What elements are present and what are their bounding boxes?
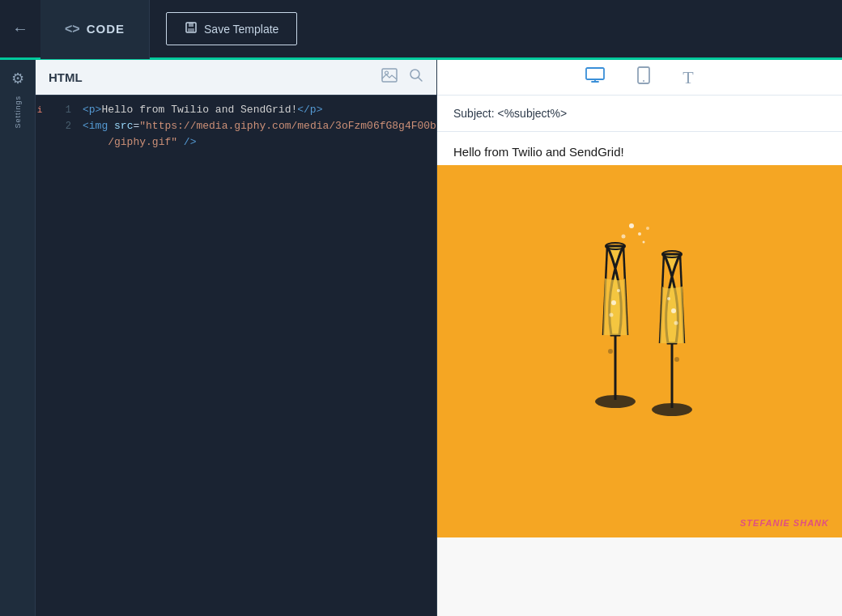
svg-point-16 <box>617 289 620 292</box>
main-layout: ⚙ Settings HTML <box>0 60 842 616</box>
svg-point-4 <box>385 71 389 74</box>
svg-point-26 <box>629 223 634 228</box>
email-greeting: Hello from Twilio and SendGrid! <box>437 132 842 165</box>
code-line-1: i 1 <p>Hello from Twilio and SendGrid!</… <box>36 102 436 118</box>
code-editor-panel: HTML i <box>36 60 437 616</box>
line-content-1: <p>Hello from Twilio and SendGrid!</p> <box>79 102 436 118</box>
line-content-3: /giphy.gif" /> <box>79 134 436 151</box>
artist-credit: STEFANIE SHANK <box>740 518 829 528</box>
top-bar: ← <> CODE Save Template <box>0 0 842 60</box>
champagne-glasses-illustration <box>526 222 753 481</box>
code-line-2: 2 <img src="https://media.giphy.com/medi… <box>36 118 436 134</box>
subject-text: Subject: <%subject%> <box>453 107 567 120</box>
svg-point-30 <box>643 241 645 244</box>
svg-point-20 <box>652 403 692 416</box>
svg-point-24 <box>674 321 678 325</box>
svg-rect-1 <box>189 23 193 27</box>
svg-point-17 <box>610 313 614 317</box>
svg-point-18 <box>608 349 613 354</box>
settings-icon: ⚙ <box>11 70 24 87</box>
code-icon: <> <box>65 22 80 36</box>
preview-content: Subject: <%subject%> Hello from Twilio a… <box>437 96 842 616</box>
svg-point-23 <box>667 297 670 300</box>
preview-toolbar: T <box>437 60 842 96</box>
settings-nav-item[interactable]: ⚙ Settings <box>11 70 24 129</box>
save-icon <box>185 21 198 36</box>
svg-point-22 <box>671 308 676 313</box>
svg-rect-7 <box>586 68 604 79</box>
svg-point-27 <box>638 232 641 236</box>
editor-header: HTML <box>36 60 436 96</box>
svg-point-15 <box>611 300 616 305</box>
preview-panel: T Subject: <%subject%> Hello from Twilio… <box>437 60 842 616</box>
code-tab[interactable]: <> CODE <box>40 0 150 59</box>
search-icon[interactable] <box>409 68 423 87</box>
email-body: Hello from Twilio and SendGrid! <box>437 132 842 537</box>
svg-point-28 <box>622 235 626 239</box>
line-content-2: <img src="https://media.giphy.com/media/… <box>79 118 436 134</box>
code-editor-area[interactable]: i 1 <p>Hello from Twilio and SendGrid!</… <box>36 96 436 616</box>
save-template-button[interactable]: Save Template <box>166 12 297 45</box>
back-button[interactable]: ← <box>0 0 40 59</box>
code-line-3: /giphy.gif" /> <box>36 134 436 151</box>
mobile-view-icon[interactable] <box>637 66 650 88</box>
giphy-image: STEFANIE SHANK <box>437 165 842 537</box>
line-number-2: 2 <box>44 118 79 134</box>
left-sidebar: ⚙ Settings <box>0 60 36 616</box>
desktop-view-icon[interactable] <box>585 67 605 87</box>
svg-point-13 <box>595 395 636 408</box>
error-indicator-1: i <box>36 102 44 118</box>
svg-line-6 <box>419 78 423 82</box>
svg-point-25 <box>674 357 679 362</box>
back-icon: ← <box>12 19 28 38</box>
html-panel-title: HTML <box>49 70 83 84</box>
code-tab-label: CODE <box>87 22 125 36</box>
svg-rect-3 <box>382 69 397 82</box>
insert-image-icon[interactable] <box>381 68 398 87</box>
save-label: Save Template <box>204 23 279 36</box>
line-number-1: 1 <box>44 102 79 118</box>
svg-rect-2 <box>188 28 194 32</box>
settings-label: Settings <box>14 96 22 129</box>
svg-point-11 <box>643 80 644 82</box>
text-view-icon[interactable]: T <box>683 67 693 88</box>
subject-bar: Subject: <%subject%> <box>437 96 842 132</box>
svg-point-29 <box>646 227 649 230</box>
editor-header-icons <box>381 68 423 87</box>
